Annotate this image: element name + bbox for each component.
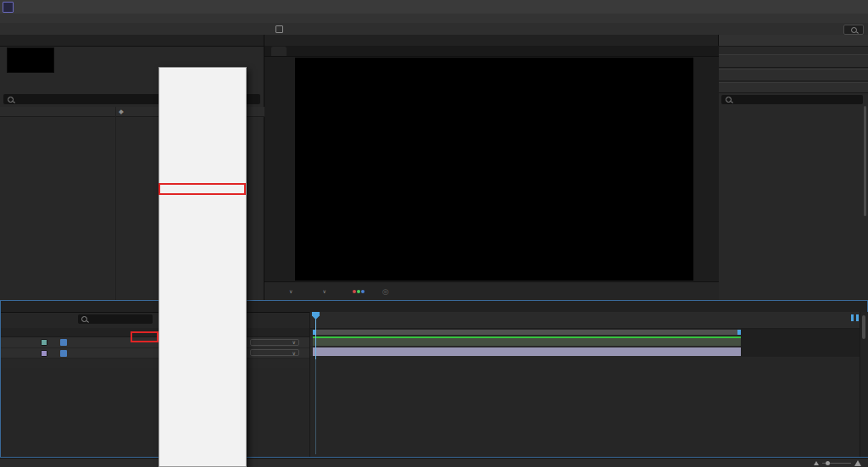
zoom-slider-track[interactable] bbox=[822, 463, 851, 464]
layer-color-swatch[interactable] bbox=[41, 339, 47, 346]
search-icon bbox=[726, 97, 732, 103]
search-icon bbox=[851, 27, 857, 33]
project-panel-tabs bbox=[0, 35, 264, 47]
composition-panel: ∨ ∨ ◎ bbox=[264, 35, 719, 300]
titlebar bbox=[0, 0, 868, 14]
layer-color-swatch[interactable] bbox=[41, 350, 47, 357]
blend-mode-menu bbox=[159, 67, 247, 467]
timeline-tabbar bbox=[1, 301, 867, 313]
effects-presets-panel-tab[interactable] bbox=[719, 82, 868, 93]
work-area-bar[interactable] bbox=[313, 330, 741, 335]
video-file-icon bbox=[60, 339, 67, 346]
zoom-out-icon[interactable] bbox=[814, 461, 819, 465]
timeline-graph-area[interactable] bbox=[309, 312, 860, 457]
layer-bar-map[interactable] bbox=[313, 347, 741, 356]
parent-link-dropdown[interactable]: ∨ bbox=[250, 349, 299, 356]
properties-panel bbox=[719, 35, 868, 300]
snapping-group bbox=[275, 23, 302, 35]
viewer-toolbar: ∨ ∨ ◎ bbox=[264, 281, 719, 300]
annotation-box-1 bbox=[131, 331, 159, 342]
image-file-icon bbox=[60, 350, 67, 357]
show-snapshot-icon: ◎ bbox=[382, 287, 389, 296]
layer-row-2[interactable]: ∨ bbox=[1, 348, 309, 359]
scrollbar[interactable] bbox=[864, 106, 866, 216]
properties-header[interactable] bbox=[719, 35, 868, 47]
timeline-search-input[interactable] bbox=[78, 314, 153, 324]
frame-render-time bbox=[14, 459, 17, 467]
toolbar bbox=[0, 23, 868, 36]
column-divider[interactable] bbox=[115, 107, 116, 300]
chevron-down-icon: ∨ bbox=[289, 288, 292, 294]
search-icon bbox=[81, 316, 87, 322]
statusbar bbox=[0, 458, 868, 467]
wireframe-plane-image bbox=[353, 105, 634, 236]
effects-search-input[interactable] bbox=[721, 95, 863, 104]
opacity-property-row[interactable] bbox=[1, 359, 309, 368]
workspace-search-button[interactable] bbox=[843, 25, 864, 35]
show-channel-icon[interactable] bbox=[353, 290, 364, 293]
menubar bbox=[0, 14, 868, 23]
viewer-tab-comp1[interactable] bbox=[271, 47, 287, 56]
playhead-line-extension bbox=[315, 359, 316, 454]
snapping-checkbox[interactable] bbox=[275, 25, 283, 33]
chevron-down-icon: ∨ bbox=[322, 288, 326, 294]
out-of-comp-zone bbox=[741, 329, 860, 357]
info-panel-tab[interactable] bbox=[719, 54, 868, 68]
composition-viewer[interactable] bbox=[264, 57, 719, 281]
timeline-zoom-slider[interactable] bbox=[814, 459, 861, 466]
app-logo-icon bbox=[3, 2, 14, 13]
chevron-down-icon: ∨ bbox=[292, 339, 296, 345]
composition-panel-tabbar bbox=[264, 35, 718, 47]
layer-bar-plane[interactable] bbox=[313, 336, 741, 346]
zoom-slider-handle[interactable] bbox=[826, 461, 830, 465]
viewer-tab-row bbox=[264, 46, 719, 57]
preview-panel-tab[interactable] bbox=[719, 69, 868, 81]
time-navigator-handle[interactable] bbox=[856, 314, 859, 321]
search-icon bbox=[8, 97, 14, 103]
footage-thumbnail bbox=[7, 47, 54, 73]
label-column-icon[interactable]: ◆ bbox=[119, 108, 124, 115]
audio-waveform bbox=[3, 75, 120, 82]
parent-link-dropdown[interactable]: ∨ bbox=[250, 339, 299, 346]
time-navigator-handle[interactable] bbox=[851, 314, 854, 321]
zoom-in-icon[interactable] bbox=[854, 460, 861, 466]
chevron-down-icon: ∨ bbox=[292, 350, 296, 356]
timeline-panel: ∨ ∨ bbox=[0, 300, 868, 458]
time-ruler[interactable] bbox=[310, 312, 860, 329]
annotation-box-2 bbox=[159, 183, 246, 195]
timeline-scrollbar[interactable] bbox=[860, 312, 868, 457]
composition-frame bbox=[295, 58, 693, 281]
